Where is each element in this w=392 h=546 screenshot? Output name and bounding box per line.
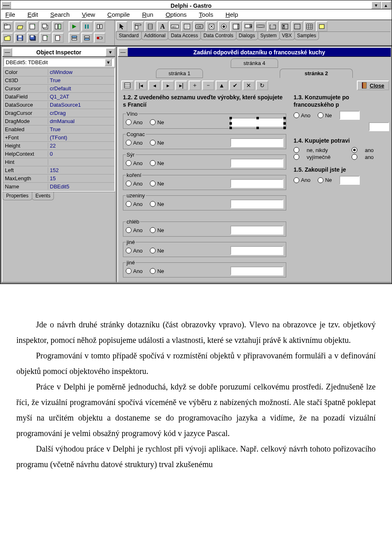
q12-4-edit[interactable]: [230, 199, 283, 208]
q12-5-edit[interactable]: [230, 226, 283, 235]
prop-row-datafield[interactable]: DataFieldQ1_2AT: [3, 93, 114, 101]
prop-row-dragcursor[interactable]: DragCursorcrDrag: [3, 109, 114, 117]
inspector-sysmenu-icon[interactable]: —: [2, 48, 12, 56]
comp-label[interactable]: A: [157, 21, 168, 31]
comp-edit[interactable]: ab|: [169, 21, 180, 31]
tab-data-controls[interactable]: Data Controls: [200, 32, 236, 40]
tab-standard[interactable]: Standard: [116, 32, 142, 40]
comp-groupbox[interactable]: [267, 21, 278, 31]
q13-edit[interactable]: [339, 111, 360, 120]
menu-tools[interactable]: Tools: [196, 10, 216, 19]
tab-page2-active[interactable]: stránka 2: [280, 69, 353, 78]
prop-row-dragmode[interactable]: DragModedmManual: [3, 117, 114, 125]
comp-popup[interactable]: [145, 21, 156, 31]
q12-5-yes[interactable]: Ano: [126, 227, 143, 233]
q12-0-yes[interactable]: Ano: [126, 119, 143, 125]
menu-view[interactable]: View: [80, 10, 98, 19]
pause-button[interactable]: [81, 21, 93, 31]
remove-file-button[interactable]: −: [52, 33, 64, 43]
tab-additional[interactable]: Additional: [141, 32, 169, 40]
comp-scrollbar[interactable]: [255, 21, 266, 31]
q12-1-yes[interactable]: Ano: [126, 140, 143, 146]
arrow-tool[interactable]: [116, 21, 127, 31]
nav-post-button[interactable]: ✔: [229, 81, 241, 90]
save-all-button[interactable]: [27, 33, 38, 43]
menu-help[interactable]: Help: [223, 10, 241, 19]
prop-row-ctl3d[interactable]: Ctl3DTrue: [3, 76, 114, 85]
prop-row-datasource[interactable]: DataSourceDataSource1: [3, 101, 114, 109]
q12-3-yes[interactable]: Ano: [126, 181, 143, 187]
menu-edit[interactable]: Edit: [25, 10, 40, 19]
nav-delete-button[interactable]: －: [202, 81, 214, 90]
menu-file[interactable]: File: [3, 10, 18, 19]
comp-combobox[interactable]: ▾: [243, 21, 254, 31]
menu-search[interactable]: Search: [48, 10, 72, 19]
maximize-button[interactable]: ▴: [381, 1, 391, 9]
q14-opt3[interactable]: ano: [352, 147, 389, 153]
step-button[interactable]: [94, 21, 105, 31]
form-sysmenu-icon[interactable]: —: [118, 48, 128, 56]
nav-next-button[interactable]: ▸: [162, 81, 174, 90]
q12-6-edit[interactable]: [230, 246, 283, 255]
q12-7-yes[interactable]: Ano: [126, 268, 143, 274]
q12-5-no[interactable]: Ne: [150, 227, 164, 233]
open-button[interactable]: [14, 21, 26, 31]
prop-row-name[interactable]: NameDBEdit5: [3, 183, 114, 191]
nav-insert-button[interactable]: ＋: [189, 81, 201, 90]
tab-vbx[interactable]: VBX: [279, 32, 295, 40]
prop-row-hint[interactable]: Hint: [3, 158, 114, 166]
q12-4-yes[interactable]: Ano: [126, 201, 143, 207]
q14-opt4[interactable]: ano: [352, 154, 389, 160]
prop-row-cursor[interactable]: CursorcrDefault: [3, 85, 114, 93]
q12-6-no[interactable]: Ne: [150, 248, 164, 254]
q12-0-no[interactable]: Ne: [150, 119, 164, 125]
tab-events[interactable]: Events: [32, 192, 54, 200]
q15-no[interactable]: Ne: [318, 177, 332, 183]
breakpoint-button[interactable]: [94, 33, 105, 43]
run-button[interactable]: [69, 21, 80, 31]
q12-3-no[interactable]: Ne: [150, 181, 164, 187]
q13-yes[interactable]: Ano: [294, 112, 310, 119]
prop-row-+font[interactable]: +Font(TFont): [3, 134, 114, 142]
q14-opt1[interactable]: ne, nikdy: [294, 147, 346, 153]
tab-properties[interactable]: Properties: [2, 192, 32, 200]
tab-dialogs[interactable]: Dialogs: [236, 32, 258, 40]
q12-2-no[interactable]: Ne: [150, 160, 164, 166]
comp-extra1[interactable]: [304, 21, 315, 31]
chevron-down-icon[interactable]: ▾: [105, 58, 112, 66]
object-selector[interactable]: DBEdit5: TDBEdit ▾: [3, 58, 114, 67]
q12-3-edit[interactable]: [230, 179, 283, 188]
q12-7-edit[interactable]: [230, 266, 283, 275]
comp-mainmenu[interactable]: [132, 21, 144, 31]
system-menu-icon[interactable]: —: [1, 1, 11, 9]
property-grid[interactable]: ColorclWindowCtl3DTrueCursorcrDefaultDat…: [2, 67, 115, 192]
tab-samples[interactable]: Samples: [294, 32, 319, 40]
nav-edit-button[interactable]: ▲: [216, 81, 228, 90]
prop-row-left[interactable]: Left152: [3, 166, 114, 175]
prop-row-color[interactable]: ColorclWindow: [3, 68, 114, 76]
q12-2-edit[interactable]: [230, 159, 283, 168]
q12-0-edit[interactable]: [230, 118, 283, 127]
close-button[interactable]: Close: [357, 81, 389, 90]
tab-page4[interactable]: stránka 4: [231, 58, 278, 68]
form-client-area[interactable]: stránka 4 stránka 1 stránka 2 |◂ ◂ ▸ ▸|: [118, 57, 391, 282]
menu-options[interactable]: Options: [163, 10, 189, 19]
tab-data-access[interactable]: Data Access: [168, 32, 201, 40]
minimize-button[interactable]: ▾: [371, 1, 381, 9]
q12-4-no[interactable]: Ne: [150, 201, 164, 207]
prop-row-height[interactable]: Height22: [3, 142, 114, 150]
toggle-button[interactable]: [52, 21, 64, 31]
q12-7-no[interactable]: Ne: [150, 268, 164, 274]
nav-last-button[interactable]: ▸|: [175, 81, 187, 90]
comp-checkbox[interactable]: ✕: [206, 21, 217, 31]
menu-compile[interactable]: Compile: [105, 10, 132, 19]
new-form-button[interactable]: +: [27, 21, 38, 31]
menu-run[interactable]: Run: [140, 10, 156, 19]
comp-listbox[interactable]: [230, 21, 242, 31]
prop-row-maxlength[interactable]: MaxLength15: [3, 175, 114, 183]
q13-edit2[interactable]: [369, 122, 389, 131]
comp-extra2[interactable]: [316, 21, 327, 31]
q12-1-no[interactable]: Ne: [150, 140, 164, 146]
prop-row-helpcontext[interactable]: HelpContext0: [3, 150, 114, 158]
q12-2-yes[interactable]: Ano: [126, 160, 143, 166]
